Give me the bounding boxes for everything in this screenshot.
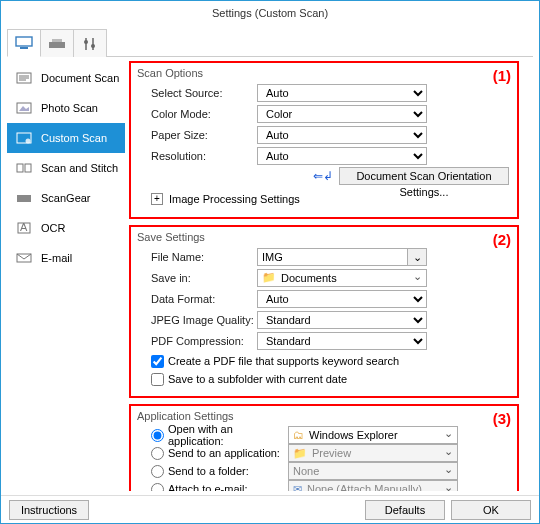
scanner-icon xyxy=(47,37,67,51)
send-to-folder-label: Send to a folder: xyxy=(168,465,284,477)
explorer-icon: 🗂 xyxy=(293,429,304,441)
paper-size-label: Paper Size: xyxy=(137,129,257,141)
sidebar-item-custom-scan[interactable]: Custom Scan xyxy=(7,123,125,153)
tab-general[interactable] xyxy=(73,29,107,57)
scangear-icon xyxy=(15,191,33,205)
send-to-folder-value: None xyxy=(293,465,319,477)
custom-icon xyxy=(15,131,33,145)
application-settings-section: (3) Application Settings Open with an ap… xyxy=(129,404,519,491)
svg-point-6 xyxy=(84,40,88,44)
image-processing-label: Image Processing Settings xyxy=(169,193,300,205)
open-with-value: Windows Explorer xyxy=(309,429,398,441)
sidebar-item-ocr[interactable]: A OCR xyxy=(7,213,125,243)
data-format-label: Data Format: xyxy=(137,293,257,305)
send-to-app-label: Send to an application: xyxy=(168,447,284,459)
photo-icon xyxy=(15,101,33,115)
tab-scanfrom-computer[interactable] xyxy=(7,29,41,57)
pdf-compression-dropdown[interactable]: Standard xyxy=(257,332,427,350)
save-in-dropdown[interactable]: 📁 Documents xyxy=(257,269,427,287)
sidebar-item-label: ScanGear xyxy=(41,192,91,204)
sidebar: Document Scan Photo Scan Custom Scan Sca… xyxy=(7,57,125,491)
sidebar-item-label: Custom Scan xyxy=(41,132,107,144)
svg-text:A: A xyxy=(20,222,28,233)
subfolder-checkbox[interactable] xyxy=(151,373,164,386)
section-number: (1) xyxy=(493,67,511,84)
keyword-search-checkbox[interactable] xyxy=(151,355,164,368)
svg-marker-13 xyxy=(19,106,29,111)
jpeg-quality-label: JPEG Image Quality: xyxy=(137,314,257,326)
footer: Instructions Defaults OK xyxy=(1,495,539,523)
sidebar-item-label: Scan and Stitch xyxy=(41,162,118,174)
window-title: Settings (Custom Scan) xyxy=(212,7,328,19)
data-format-dropdown[interactable]: Auto xyxy=(257,290,427,308)
content-pane: (1) Scan Options Select Source: Auto Col… xyxy=(125,57,533,491)
file-name-dropdown-button[interactable]: ⌄ xyxy=(407,248,427,266)
sidebar-item-email[interactable]: E-mail xyxy=(7,243,125,273)
file-name-input[interactable] xyxy=(257,248,407,266)
attach-email-value: None (Attach Manually) xyxy=(307,483,422,491)
svg-rect-3 xyxy=(52,39,62,42)
svg-rect-18 xyxy=(17,195,31,202)
scan-options-section: (1) Scan Options Select Source: Auto Col… xyxy=(129,61,519,219)
open-with-label: Open with an application: xyxy=(168,423,284,447)
send-to-app-radio[interactable] xyxy=(151,447,164,460)
ok-button[interactable]: OK xyxy=(451,500,531,520)
keyword-search-label: Create a PDF file that supports keyword … xyxy=(168,355,399,367)
resolution-label: Resolution: xyxy=(137,150,257,162)
defaults-button[interactable]: Defaults xyxy=(365,500,445,520)
send-to-folder-radio[interactable] xyxy=(151,465,164,478)
file-name-label: File Name: xyxy=(137,251,257,263)
tab-scanfrom-panel[interactable] xyxy=(40,29,74,57)
sliders-icon xyxy=(82,37,98,51)
subfolder-label: Save to a subfolder with current date xyxy=(168,373,347,385)
monitor-icon xyxy=(14,36,34,50)
send-to-app-value: Preview xyxy=(312,447,351,459)
sidebar-item-document-scan[interactable]: Document Scan xyxy=(7,63,125,93)
section-title: Scan Options xyxy=(137,67,511,79)
select-source-dropdown[interactable]: Auto xyxy=(257,84,427,102)
ocr-icon: A xyxy=(15,221,33,235)
attach-email-radio[interactable] xyxy=(151,483,164,492)
open-with-radio[interactable] xyxy=(151,429,164,442)
settings-window: Settings (Custom Scan) Document Scan xyxy=(0,0,540,524)
section-title: Application Settings xyxy=(137,410,511,422)
instructions-button[interactable]: Instructions xyxy=(9,500,89,520)
orientation-settings-button[interactable]: Document Scan Orientation Settings... xyxy=(339,167,509,185)
pdf-compression-label: PDF Compression: xyxy=(137,335,257,347)
jpeg-quality-dropdown[interactable]: Standard xyxy=(257,311,427,329)
titlebar: Settings (Custom Scan) xyxy=(1,1,539,25)
send-to-folder-dropdown[interactable]: None xyxy=(288,462,458,480)
sidebar-item-photo-scan[interactable]: Photo Scan xyxy=(7,93,125,123)
email-icon xyxy=(15,251,33,265)
sidebar-item-scangear[interactable]: ScanGear xyxy=(7,183,125,213)
svg-rect-17 xyxy=(25,164,31,172)
svg-rect-0 xyxy=(16,37,32,46)
mail-icon: ✉ xyxy=(293,483,302,492)
svg-rect-16 xyxy=(17,164,23,172)
attach-email-dropdown[interactable]: ✉ None (Attach Manually) xyxy=(288,480,458,491)
link-arrow-icon: ⇐↲ xyxy=(313,169,333,183)
sidebar-item-scan-stitch[interactable]: Scan and Stitch xyxy=(7,153,125,183)
image-processing-expander[interactable]: + Image Processing Settings xyxy=(137,189,511,209)
document-icon xyxy=(15,71,33,85)
section-number: (3) xyxy=(493,410,511,427)
paper-size-dropdown[interactable]: Auto xyxy=(257,126,427,144)
folder-icon: 📁 xyxy=(293,447,307,460)
sidebar-item-label: OCR xyxy=(41,222,65,234)
attach-email-label: Attach to e-mail: xyxy=(168,483,284,491)
svg-point-7 xyxy=(91,44,95,48)
open-with-dropdown[interactable]: 🗂 Windows Explorer xyxy=(288,426,458,444)
section-number: (2) xyxy=(493,231,511,248)
save-in-label: Save in: xyxy=(137,272,257,284)
save-settings-section: (2) Save Settings File Name: ⌄ Save in: xyxy=(129,225,519,398)
send-to-app-dropdown[interactable]: 📁 Preview xyxy=(288,444,458,462)
sidebar-item-label: Document Scan xyxy=(41,72,119,84)
svg-point-15 xyxy=(26,139,31,144)
tab-row xyxy=(7,29,533,57)
color-mode-dropdown[interactable]: Color xyxy=(257,105,427,123)
save-in-value: Documents xyxy=(281,272,337,284)
sidebar-item-label: Photo Scan xyxy=(41,102,98,114)
svg-rect-1 xyxy=(20,47,28,49)
resolution-dropdown[interactable]: Auto xyxy=(257,147,427,165)
folder-icon: 📁 xyxy=(262,271,276,284)
